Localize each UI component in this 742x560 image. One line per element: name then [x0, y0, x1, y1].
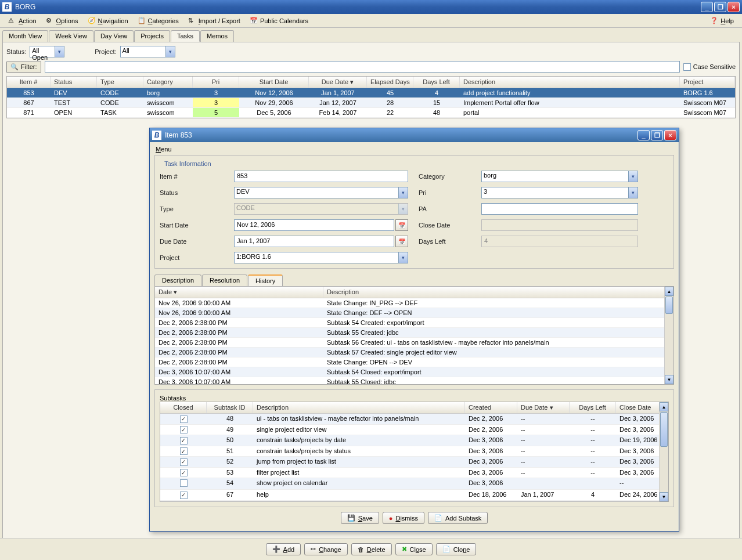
add-button[interactable]: ➕Add — [266, 543, 301, 555]
start-date-picker-button[interactable]: 📅 — [395, 219, 408, 231]
minimize-button[interactable]: _ — [701, 2, 713, 12]
change-button[interactable]: ✏Change — [304, 543, 348, 555]
tab-day-view[interactable]: Day View — [94, 30, 134, 42]
st-col-id[interactable]: Subtask ID — [207, 402, 253, 413]
subtab-resolution[interactable]: Resolution — [202, 274, 247, 286]
history-scrollbar[interactable]: ▲ ▼ — [664, 287, 673, 384]
table-row[interactable]: Dec 2, 2006 2:38:00 PMSubtask 56 Created… — [155, 338, 673, 348]
subtask-closed-checkbox[interactable]: ✓ — [180, 492, 188, 499]
col-left[interactable]: Days Left — [413, 77, 460, 88]
table-row[interactable]: ✓67helpDec 18, 2006Jan 1, 20074Dec 24, 2… — [160, 490, 668, 501]
menu-options[interactable]: ⚙Options — [41, 16, 83, 26]
status-select[interactable]: All Open — [30, 46, 64, 57]
col-type[interactable]: Type — [97, 77, 143, 88]
table-row[interactable]: Dec 3, 2006 10:07:00 AMSubtask 55 Closed… — [155, 377, 673, 385]
subtask-closed-checkbox[interactable]: ✓ — [180, 437, 188, 445]
scroll-down-icon[interactable]: ▼ — [665, 375, 673, 384]
menu-public-calendars[interactable]: 📅Public Calendars — [245, 16, 313, 26]
col-pri[interactable]: Pri — [193, 77, 239, 88]
table-row[interactable]: ✓51constrain tasks/projects by statusDec… — [160, 446, 668, 457]
hist-col-date[interactable]: Date ▾ — [155, 287, 323, 298]
scroll-up-icon[interactable]: ▲ — [660, 402, 668, 411]
table-row[interactable]: ✓53filter project listDec 3, 2006----Dec… — [160, 468, 668, 479]
st-col-left[interactable]: Days Left — [570, 402, 616, 413]
category-select[interactable]: borg — [481, 171, 638, 182]
subtask-closed-checkbox[interactable]: ✓ — [180, 458, 188, 466]
clone-button[interactable]: 📄Clone — [436, 543, 477, 555]
hist-col-desc[interactable]: Description — [323, 287, 673, 298]
filter-input[interactable] — [45, 61, 680, 73]
subtask-closed-checkbox[interactable]: ✓ — [180, 447, 188, 455]
col-item[interactable]: Item # — [7, 77, 51, 88]
table-row[interactable]: 853DEVCODEborg3Nov 12, 2006Jan 1, 200745… — [7, 88, 735, 98]
st-col-created[interactable]: Created — [465, 402, 517, 413]
subtask-closed-checkbox[interactable] — [180, 479, 188, 487]
pa-input[interactable] — [481, 203, 638, 215]
col-category[interactable]: Category — [143, 77, 193, 88]
status-select-dlg[interactable]: DEV — [234, 187, 408, 198]
scroll-down-icon[interactable]: ▼ — [660, 492, 668, 501]
table-row[interactable]: Dec 2, 2006 2:38:00 PMState Change: OPEN… — [155, 357, 673, 367]
table-row[interactable]: Dec 2, 2006 2:38:00 PMSubtask 54 Created… — [155, 318, 673, 328]
dialog-maximize-button[interactable]: ❐ — [651, 130, 663, 140]
dismiss-button[interactable]: ●Dismiss — [383, 512, 424, 524]
subtab-description[interactable]: Description — [154, 274, 201, 286]
menu-import-export[interactable]: ⇅Import / Export — [183, 16, 245, 26]
tab-month-view[interactable]: Month View — [2, 30, 48, 42]
st-col-closed[interactable]: Closed — [160, 402, 207, 413]
table-row[interactable]: Dec 2, 2006 2:38:00 PMSubtask 57 Created… — [155, 348, 673, 357]
table-row[interactable]: ✓50constrain tasks/projects by dateDec 3… — [160, 435, 668, 446]
col-start[interactable]: Start Date — [239, 77, 309, 88]
col-project[interactable]: Project — [680, 77, 735, 88]
table-row[interactable]: Nov 26, 2006 9:00:00 AMState Change: IN_… — [155, 298, 673, 308]
table-row[interactable]: ✓49single project editor viewDec 2, 2006… — [160, 425, 668, 436]
st-col-due[interactable]: Due Date ▾ — [517, 402, 570, 413]
menu-help[interactable]: ❓Help — [705, 16, 739, 26]
save-button[interactable]: 💾Save — [341, 512, 379, 524]
col-due[interactable]: Due Date ▾ — [309, 77, 367, 88]
col-elapsed[interactable]: Elapsed Days — [367, 77, 413, 88]
due-date-input[interactable]: Jan 1, 2007 — [234, 236, 394, 247]
table-row[interactable]: ✓52jump from project to task listDec 3, … — [160, 457, 668, 468]
subtask-closed-checkbox[interactable]: ✓ — [180, 416, 188, 423]
dialog-menu[interactable]: Menu — [154, 144, 674, 155]
scroll-thumb[interactable] — [665, 297, 673, 314]
case-sensitive-checkbox[interactable]: Case Sensitive — [683, 63, 736, 71]
subtask-closed-checkbox[interactable]: ✓ — [180, 426, 188, 433]
subtasks-scrollbar[interactable]: ▲ ▼ — [659, 402, 668, 501]
st-col-desc[interactable]: Description — [253, 402, 465, 413]
subtask-closed-checkbox[interactable]: ✓ — [180, 469, 188, 476]
table-row[interactable]: Nov 26, 2006 9:00:00 AMState Change: DEF… — [155, 308, 673, 318]
pri-select[interactable]: 3 — [481, 187, 638, 198]
close-window-button[interactable]: × — [727, 2, 740, 12]
scroll-thumb[interactable] — [660, 412, 668, 447]
table-row[interactable]: ✓48ui - tabs on tasklistview - maybe ref… — [160, 414, 668, 425]
table-row[interactable]: 867TESTCODEswisscom3Nov 29, 2006Jan 12, … — [7, 98, 735, 108]
item-input[interactable]: 853 — [234, 171, 408, 182]
tab-week-view[interactable]: Week View — [49, 30, 93, 42]
tab-projects[interactable]: Projects — [134, 30, 170, 42]
project-select[interactable]: All — [120, 46, 175, 57]
subtab-history[interactable]: History — [248, 274, 283, 286]
table-row[interactable]: Dec 2, 2006 2:38:00 PMSubtask 55 Created… — [155, 328, 673, 338]
project-select-dlg[interactable]: 1:BORG 1.6 — [234, 252, 408, 263]
tab-memos[interactable]: Memos — [200, 30, 234, 42]
col-desc[interactable]: Description — [460, 77, 680, 88]
start-date-input[interactable]: Nov 12, 2006 — [234, 219, 394, 231]
col-status[interactable]: Status — [51, 77, 97, 88]
close-button[interactable]: ✖Close — [395, 543, 433, 555]
menu-categories[interactable]: 📋Categories — [133, 16, 183, 26]
menu-action[interactable]: ⚠Action — [3, 16, 41, 26]
maximize-button[interactable]: ❐ — [714, 2, 726, 12]
table-row[interactable]: Dec 3, 2006 10:07:00 AMSubtask 54 Closed… — [155, 367, 673, 377]
due-date-picker-button[interactable]: 📅 — [395, 236, 408, 247]
table-row[interactable]: 871OPENTASKswisscom5Dec 5, 2006Feb 14, 2… — [7, 108, 735, 118]
menu-navigation[interactable]: 🧭Navigation — [83, 16, 133, 26]
dialog-minimize-button[interactable]: _ — [637, 130, 650, 140]
scroll-up-icon[interactable]: ▲ — [665, 287, 673, 296]
add-subtask-button[interactable]: 📄Add Subtask — [428, 512, 488, 524]
dialog-close-button[interactable]: × — [664, 130, 676, 140]
tab-tasks[interactable]: Tasks — [171, 30, 200, 42]
delete-button[interactable]: 🗑Delete — [351, 543, 392, 555]
table-row[interactable]: 54show project on calendarDec 3, 2006-- — [160, 478, 668, 490]
